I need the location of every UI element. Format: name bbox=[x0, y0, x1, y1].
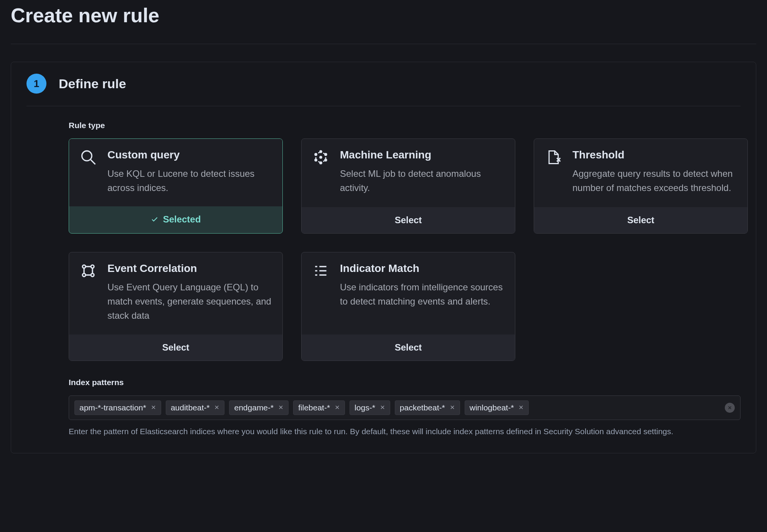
select-button[interactable]: Select bbox=[302, 207, 515, 233]
step-number-badge: 1 bbox=[26, 74, 46, 94]
rule-type-cards: Custom query Use KQL or Lucene to detect… bbox=[69, 138, 741, 361]
card-desc: Aggregate query results to detect when n… bbox=[572, 166, 737, 195]
index-patterns-help-text: Enter the pattern of Elasticsearch indic… bbox=[69, 425, 741, 438]
svg-point-7 bbox=[325, 159, 327, 161]
svg-line-1 bbox=[91, 160, 95, 164]
machine-learning-icon bbox=[312, 149, 330, 167]
card-desc: Use Event Query Language (EQL) to match … bbox=[107, 280, 272, 323]
rule-type-card-indicator-match[interactable]: Indicator Match Use indicators from inte… bbox=[301, 252, 515, 361]
select-button[interactable]: Select bbox=[69, 334, 282, 361]
rule-type-card-custom-query[interactable]: Custom query Use KQL or Lucene to detect… bbox=[69, 138, 283, 234]
close-icon[interactable] bbox=[151, 404, 156, 411]
card-title: Machine Learning bbox=[340, 149, 505, 161]
rule-type-card-event-correlation[interactable]: Event Correlation Use Event Query Langua… bbox=[69, 252, 283, 361]
select-button[interactable]: Select bbox=[302, 334, 515, 361]
index-pattern-pill[interactable]: apm-*-transaction* bbox=[74, 400, 161, 415]
index-pattern-pill[interactable]: packetbeat-* bbox=[395, 400, 460, 415]
step-header: 1 Define rule bbox=[26, 74, 741, 106]
index-pattern-pill[interactable]: winlogbeat-* bbox=[465, 400, 529, 415]
svg-point-0 bbox=[82, 151, 92, 161]
page-title: Create new rule bbox=[11, 0, 756, 44]
rule-type-card-threshold[interactable]: Threshold Aggregate query results to det… bbox=[534, 138, 748, 234]
card-desc: Use indicators from intelligence sources… bbox=[340, 280, 505, 308]
pill-label: endgame-* bbox=[234, 403, 274, 412]
define-rule-panel: 1 Define rule Rule type bbox=[11, 62, 756, 453]
svg-point-9 bbox=[82, 265, 86, 268]
card-desc: Use KQL or Lucene to detect issues acros… bbox=[107, 166, 272, 195]
index-patterns-label: Index patterns bbox=[69, 378, 741, 387]
event-correlation-icon bbox=[79, 262, 97, 281]
select-button[interactable]: Select bbox=[534, 207, 747, 233]
pill-label: logs-* bbox=[355, 403, 375, 412]
clear-all-button[interactable] bbox=[725, 403, 735, 413]
svg-point-10 bbox=[91, 265, 94, 268]
close-icon[interactable] bbox=[380, 404, 385, 411]
svg-point-8 bbox=[320, 156, 322, 158]
svg-point-12 bbox=[91, 273, 94, 277]
check-icon bbox=[151, 215, 158, 226]
card-desc: Select ML job to detect anomalous activi… bbox=[340, 166, 505, 195]
rule-type-label: Rule type bbox=[69, 121, 741, 130]
close-icon[interactable] bbox=[450, 404, 455, 411]
card-title: Threshold bbox=[572, 149, 737, 161]
pill-label: winlogbeat-* bbox=[470, 403, 514, 412]
card-footer-selected: Selected bbox=[69, 206, 282, 233]
list-icon bbox=[312, 262, 330, 281]
index-pattern-pill[interactable]: logs-* bbox=[350, 400, 390, 415]
card-title: Event Correlation bbox=[107, 262, 272, 275]
step-title: Define rule bbox=[59, 76, 126, 91]
card-title: Indicator Match bbox=[340, 262, 505, 275]
index-patterns-input[interactable]: apm-*-transaction* auditbeat-* endgame-* bbox=[69, 395, 741, 420]
index-pattern-pill[interactable]: endgame-* bbox=[229, 400, 289, 415]
index-pattern-pill[interactable]: filebeat-* bbox=[293, 400, 345, 415]
pill-label: filebeat-* bbox=[298, 403, 330, 412]
close-icon[interactable] bbox=[518, 404, 524, 411]
card-title: Custom query bbox=[107, 149, 272, 161]
pill-label: apm-*-transaction* bbox=[79, 403, 146, 412]
rule-type-card-machine-learning[interactable]: Machine Learning Select ML job to detect… bbox=[301, 138, 515, 234]
svg-point-11 bbox=[82, 273, 86, 277]
document-icon bbox=[544, 149, 562, 167]
index-pattern-pill[interactable]: auditbeat-* bbox=[166, 400, 225, 415]
search-icon bbox=[79, 149, 97, 167]
close-icon[interactable] bbox=[278, 404, 284, 411]
close-icon[interactable] bbox=[214, 404, 219, 411]
close-icon[interactable] bbox=[335, 404, 340, 411]
pill-label: packetbeat-* bbox=[400, 403, 445, 412]
selected-label: Selected bbox=[163, 214, 201, 224]
pill-label: auditbeat-* bbox=[171, 403, 210, 412]
